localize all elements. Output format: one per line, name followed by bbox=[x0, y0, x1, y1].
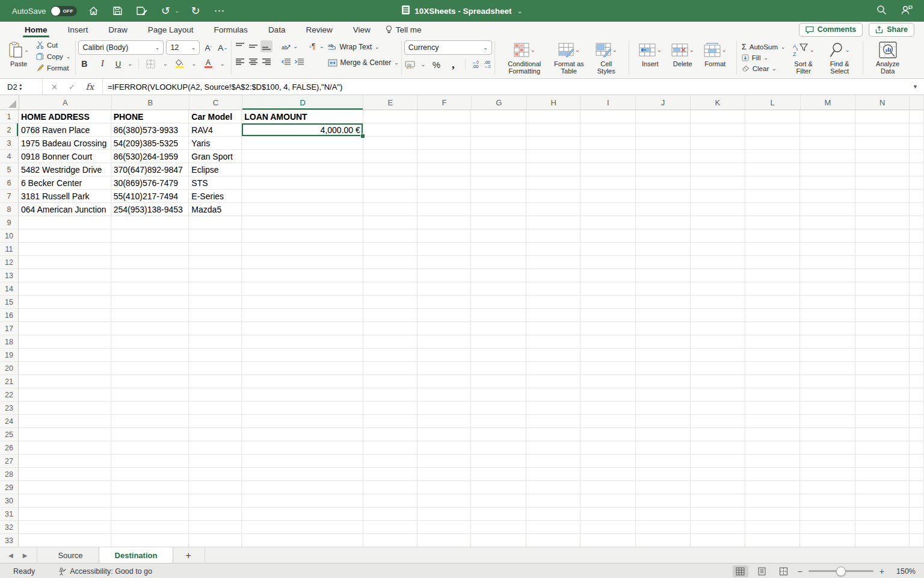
grid-cell-J2[interactable] bbox=[636, 123, 691, 137]
grid-cell-N33[interactable] bbox=[855, 534, 910, 547]
grid-cell-L10[interactable] bbox=[745, 229, 801, 243]
tab-draw[interactable]: Draw bbox=[98, 22, 138, 37]
grid-cell-N3[interactable] bbox=[855, 137, 910, 150]
grid-cell-B27[interactable] bbox=[111, 455, 189, 468]
grid-cell-B6[interactable]: 30(869)576-7479 bbox=[111, 176, 189, 190]
clear-button[interactable]: Clear ⌄ bbox=[742, 63, 786, 73]
grid-cell-B32[interactable] bbox=[111, 521, 189, 534]
save-icon[interactable] bbox=[109, 4, 125, 18]
grid-cell-L22[interactable] bbox=[745, 388, 801, 402]
grid-cell-J18[interactable] bbox=[636, 335, 691, 349]
grid-cell-partial-20[interactable] bbox=[910, 362, 924, 375]
grid-cell-A5[interactable]: 5482 Westridge Drive bbox=[19, 163, 111, 176]
grid-cell-B24[interactable] bbox=[111, 415, 189, 428]
grid-cell-M31[interactable] bbox=[800, 508, 855, 521]
grid-cell-C5[interactable]: Eclipse bbox=[189, 163, 242, 176]
grid-cell-F18[interactable] bbox=[417, 335, 472, 349]
grid-cell-partial-29[interactable] bbox=[910, 481, 924, 494]
grid-cell-C28[interactable] bbox=[189, 468, 242, 481]
grid-cell-K30[interactable] bbox=[691, 494, 745, 508]
grid-cell-N27[interactable] bbox=[855, 455, 910, 468]
grid-cell-E5[interactable] bbox=[363, 163, 417, 176]
grid-cell-J3[interactable] bbox=[636, 137, 691, 150]
accessibility-status[interactable]: Accessibility: Good to go bbox=[58, 567, 152, 576]
conditional-formatting-button[interactable]: ⌄ Conditional Formatting bbox=[500, 40, 549, 76]
grid-cell-J24[interactable] bbox=[636, 415, 691, 428]
grid-cell-E15[interactable] bbox=[363, 296, 417, 309]
grid-cell-K28[interactable] bbox=[691, 468, 745, 481]
column-header-B[interactable]: B bbox=[112, 95, 190, 110]
grid-cell-D12[interactable] bbox=[242, 256, 363, 269]
grid-cell-N25[interactable] bbox=[855, 428, 910, 441]
grid-cell-C22[interactable] bbox=[189, 388, 242, 402]
grid-cell-H32[interactable] bbox=[526, 521, 581, 534]
grid-cell-K19[interactable] bbox=[691, 349, 745, 362]
grid-cell-G17[interactable] bbox=[471, 322, 526, 335]
comments-button[interactable]: Comments bbox=[799, 23, 863, 37]
grid-cell-F24[interactable] bbox=[417, 415, 472, 428]
grid-cell-A27[interactable] bbox=[19, 455, 111, 468]
grid-cell-partial-7[interactable] bbox=[910, 190, 924, 203]
grid-cell-D20[interactable] bbox=[242, 362, 363, 375]
grid-cell-M3[interactable] bbox=[800, 137, 855, 150]
grid-cell-D5[interactable] bbox=[242, 163, 363, 176]
grid-cell-B19[interactable] bbox=[111, 349, 189, 362]
grid-cell-D21[interactable] bbox=[242, 375, 363, 388]
grid-cell-A20[interactable] bbox=[19, 362, 111, 375]
grid-cell-D30[interactable] bbox=[242, 494, 363, 508]
grid-cell-partial-10[interactable] bbox=[910, 229, 924, 243]
grid-cell-H7[interactable] bbox=[526, 190, 581, 203]
grid-cell-B30[interactable] bbox=[111, 494, 189, 508]
grid-cell-F17[interactable] bbox=[417, 322, 472, 335]
grid-cell-A31[interactable] bbox=[19, 508, 111, 521]
grid-cell-G6[interactable] bbox=[471, 176, 526, 190]
grid-cell-G4[interactable] bbox=[471, 150, 526, 163]
grid-cell-J21[interactable] bbox=[636, 375, 691, 388]
grid-cell-M28[interactable] bbox=[800, 468, 855, 481]
grid-cell-C10[interactable] bbox=[189, 229, 242, 243]
grid-cell-J14[interactable] bbox=[636, 282, 691, 296]
grid-cell-B13[interactable] bbox=[111, 269, 189, 282]
grid-cell-G29[interactable] bbox=[471, 481, 526, 494]
grid-cell-G30[interactable] bbox=[471, 494, 526, 508]
grid-cell-L5[interactable] bbox=[745, 163, 801, 176]
grid-cell-L3[interactable] bbox=[745, 137, 801, 150]
accounting-chevron-icon[interactable]: ⌄ bbox=[421, 61, 426, 67]
grid-cell-B1[interactable]: PHONE bbox=[111, 110, 189, 123]
row-header-31[interactable]: 31 bbox=[0, 508, 19, 521]
grid-cell-I29[interactable] bbox=[581, 481, 636, 494]
grid-cell-B8[interactable]: 254(953)138-9453 bbox=[111, 203, 189, 216]
grid-cell-G2[interactable] bbox=[471, 123, 526, 137]
grid-cell-B28[interactable] bbox=[111, 468, 189, 481]
column-header-I[interactable]: I bbox=[581, 95, 636, 110]
grid-cell-D32[interactable] bbox=[242, 521, 363, 534]
grid-cell-H5[interactable] bbox=[526, 163, 581, 176]
grid-cell-M11[interactable] bbox=[800, 243, 855, 256]
grid-cell-I23[interactable] bbox=[581, 402, 636, 415]
grid-cell-F15[interactable] bbox=[417, 296, 472, 309]
grid-cell-A15[interactable] bbox=[19, 296, 111, 309]
grid-cell-N10[interactable] bbox=[855, 229, 910, 243]
grid-cell-A9[interactable] bbox=[19, 216, 111, 229]
row-header-26[interactable]: 26 bbox=[0, 441, 19, 455]
grid-cell-partial-28[interactable] bbox=[910, 468, 924, 481]
grid-cell-M19[interactable] bbox=[800, 349, 855, 362]
grid-cell-L6[interactable] bbox=[745, 176, 801, 190]
grid-cell-partial-19[interactable] bbox=[910, 349, 924, 362]
grid-cell-G26[interactable] bbox=[471, 441, 526, 455]
grid-cell-D19[interactable] bbox=[242, 349, 363, 362]
grid-cell-E20[interactable] bbox=[363, 362, 417, 375]
grid-cell-D11[interactable] bbox=[242, 243, 363, 256]
tab-formulas[interactable]: Formulas bbox=[204, 22, 258, 37]
grid-cell-F27[interactable] bbox=[417, 455, 472, 468]
grid-cell-N9[interactable] bbox=[855, 216, 910, 229]
grid-cell-D7[interactable] bbox=[242, 190, 363, 203]
grid-cell-K5[interactable] bbox=[691, 163, 745, 176]
row-header-15[interactable]: 15 bbox=[0, 296, 19, 309]
grid-cell-G24[interactable] bbox=[471, 415, 526, 428]
grid-cell-G25[interactable] bbox=[471, 428, 526, 441]
grid-cell-B20[interactable] bbox=[111, 362, 189, 375]
grid-cell-M15[interactable] bbox=[800, 296, 855, 309]
grid-cell-partial-31[interactable] bbox=[910, 508, 924, 521]
grid-cell-L18[interactable] bbox=[745, 335, 801, 349]
